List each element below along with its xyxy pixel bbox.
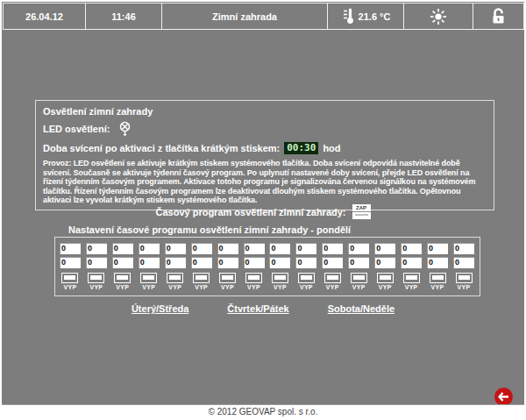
slot-minute-input[interactable]: 0 <box>269 257 290 268</box>
time-program-row: Časový program osvětlení zimní zahrady: … <box>2 204 524 219</box>
slot-hour-input[interactable]: 0 <box>269 243 290 254</box>
duration-value-display[interactable]: 00:30 <box>284 142 318 154</box>
toggle-box-icon <box>377 273 394 283</box>
link-thursday-friday[interactable]: Čtvrtek/Pátek <box>227 303 288 314</box>
slot-hour-input[interactable]: 0 <box>60 243 81 254</box>
slot-state-toggle[interactable]: VYP <box>139 273 160 290</box>
back-arrow-icon <box>498 392 509 402</box>
slot-state-label: VYP <box>300 284 313 290</box>
toggle-box-icon <box>272 273 288 283</box>
schedule-grid: 0 0 VYP 0 0 VYP 0 0 VYP 0 <box>54 237 480 296</box>
slot-hour-input[interactable]: 0 <box>453 243 474 254</box>
slot-state-toggle[interactable]: VYP <box>374 273 395 290</box>
page-title-label: Zimní zahrada <box>212 11 277 22</box>
slot-state-label: VYP <box>352 284 366 290</box>
temperature-value: 21.6 °C <box>359 11 391 22</box>
time-program-label: Časový program osvětlení zimní zahrady: <box>155 207 345 217</box>
slot-hour-input[interactable]: 0 <box>348 243 369 254</box>
slot-minute-input[interactable]: 0 <box>322 257 343 268</box>
slot-minute-input[interactable]: 0 <box>86 257 107 268</box>
duration-unit: hod <box>323 143 340 153</box>
slot-minute-input[interactable]: 0 <box>453 257 474 268</box>
schedule-slot: 0 0 VYP <box>191 243 213 290</box>
slot-minute-input[interactable]: 0 <box>139 257 160 268</box>
schedule-slot: 0 0 VYP <box>139 243 160 290</box>
schedule-slot: 0 0 VYP <box>427 243 449 290</box>
slot-state-toggle[interactable]: VYP <box>191 273 212 290</box>
slot-state-label: VYP <box>274 284 287 290</box>
slot-state-toggle[interactable]: VYP <box>244 273 265 290</box>
slot-minute-input[interactable]: 0 <box>374 257 395 268</box>
header-daymode[interactable] <box>403 3 473 30</box>
slot-minute-input[interactable]: 0 <box>217 257 238 268</box>
slot-state-toggle[interactable]: VYP <box>269 273 290 290</box>
slot-minute-input[interactable]: 0 <box>348 257 369 268</box>
slot-minute-input[interactable]: 0 <box>427 257 448 268</box>
slot-state-toggle[interactable]: VYP <box>322 273 343 290</box>
slot-hour-input[interactable]: 0 <box>374 243 395 254</box>
slot-state-toggle[interactable]: VYP <box>295 273 316 290</box>
slot-hour-input[interactable]: 0 <box>86 243 107 254</box>
time-program-state-label: ZAP <box>352 204 371 212</box>
link-saturday-sunday[interactable]: Sobota/Neděle <box>328 303 394 314</box>
header-date: 26.04.12 <box>3 3 86 30</box>
slot-minute-input[interactable]: 0 <box>401 257 422 268</box>
slot-state-toggle[interactable]: VYP <box>217 273 238 290</box>
link-tuesday-wednesday[interactable]: Úterý/Středa <box>132 303 188 314</box>
slot-state-label: VYP <box>221 284 234 290</box>
date-label: 26.04.12 <box>25 11 63 22</box>
time-program-state-icon[interactable]: ZAP <box>352 204 371 219</box>
toggle-box-icon <box>430 273 446 283</box>
header-temperature: 21.6 °C <box>327 3 404 30</box>
slot-minute-input[interactable]: 0 <box>295 257 316 268</box>
footer: © 2012 GEOVAP spol. s r.o. <box>2 404 524 418</box>
slot-hour-input[interactable]: 0 <box>244 243 265 254</box>
slot-state-toggle[interactable]: VYP <box>401 273 422 290</box>
thermometer-icon <box>341 8 354 25</box>
lighting-info-box: Osvětlení zimní zahrady LED osvětlení: D… <box>35 100 494 210</box>
slot-minute-input[interactable]: 0 <box>112 257 133 268</box>
schedule-slot: 0 0 VYP <box>269 243 291 290</box>
schedule-slot: 0 0 VYP <box>60 243 82 290</box>
slot-state-toggle[interactable]: VYP <box>427 273 448 290</box>
page-title: Zimní zahrada <box>161 3 328 30</box>
slot-hour-input[interactable]: 0 <box>427 243 448 254</box>
slot-hour-input[interactable]: 0 <box>295 243 316 254</box>
slot-minute-input[interactable]: 0 <box>191 257 212 268</box>
slot-hour-input[interactable]: 0 <box>139 243 160 254</box>
slot-state-toggle[interactable]: VYP <box>86 273 107 290</box>
schedule-slot: 0 0 VYP <box>244 243 266 290</box>
schedule-slot: 0 0 VYP <box>401 243 423 290</box>
slot-minute-input[interactable]: 0 <box>244 257 265 268</box>
back-button[interactable] <box>494 388 513 406</box>
slot-state-label: VYP <box>89 284 103 290</box>
slot-state-toggle[interactable]: VYP <box>453 273 474 290</box>
slot-state-toggle[interactable]: VYP <box>165 273 186 290</box>
lamp-icon <box>118 121 132 137</box>
schedule-slot: 0 0 VYP <box>295 243 317 290</box>
slot-state-label: VYP <box>326 284 339 290</box>
slot-hour-input[interactable]: 0 <box>191 243 212 254</box>
header-login[interactable] <box>473 3 524 30</box>
slot-state-label: VYP <box>142 284 155 290</box>
operation-description: Provoz: LED osvětlení se aktivuje krátký… <box>43 159 487 205</box>
slot-state-toggle[interactable]: VYP <box>60 273 81 290</box>
slot-hour-input[interactable]: 0 <box>322 243 343 254</box>
slot-hour-input[interactable]: 0 <box>217 243 238 254</box>
toggle-box-icon <box>245 273 262 283</box>
slot-hour-input[interactable]: 0 <box>401 243 422 254</box>
slot-minute-input[interactable]: 0 <box>60 257 81 268</box>
slot-hour-input[interactable]: 0 <box>165 243 186 254</box>
led-label: LED osvětlení: <box>43 124 110 134</box>
toggle-box-icon <box>403 273 420 283</box>
schedule-slot: 0 0 VYP <box>374 243 396 290</box>
schedule-slot: 0 0 VYP <box>86 243 108 290</box>
slot-state-toggle[interactable]: VYP <box>112 273 133 290</box>
unlock-icon <box>491 8 506 25</box>
toggle-box-icon <box>324 273 341 283</box>
slot-minute-input[interactable]: 0 <box>165 257 186 268</box>
slot-hour-input[interactable]: 0 <box>112 243 133 254</box>
slot-state-toggle[interactable]: VYP <box>348 273 369 290</box>
toggle-box-icon <box>140 273 157 283</box>
slot-state-label: VYP <box>405 284 418 290</box>
